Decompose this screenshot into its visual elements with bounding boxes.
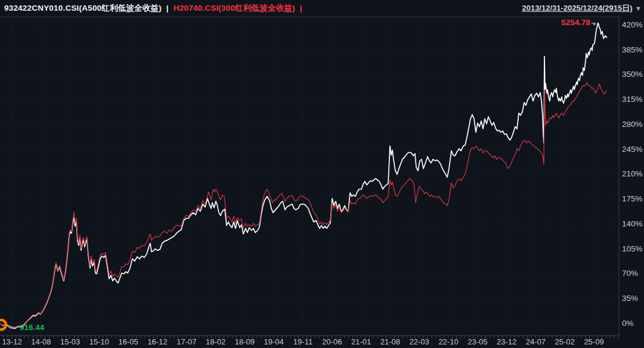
x-axis-tick-label: 22-03 bbox=[410, 337, 429, 346]
x-axis-tick-label: 18-09 bbox=[235, 337, 255, 346]
y-axis-tick-label: 0% bbox=[622, 319, 634, 328]
x-axis-tick-label: 21-08 bbox=[380, 337, 400, 346]
y-axis-tick-label: 420% bbox=[622, 20, 643, 30]
y-axis-tick-label: 350% bbox=[622, 70, 643, 79]
x-axis-tick-label: 15-03 bbox=[60, 337, 80, 346]
x-axis-tick-label: 20-06 bbox=[322, 337, 342, 346]
series-line-a500 bbox=[0, 23, 607, 328]
y-axis-tick-label: 105% bbox=[622, 244, 643, 254]
x-axis-tick-label: 25-02 bbox=[555, 337, 575, 346]
x-axis-tick-label: 19-11 bbox=[293, 337, 312, 346]
x-axis-tick-label: 16-12 bbox=[147, 337, 167, 346]
x-axis-tick-label: 19-04 bbox=[264, 337, 284, 346]
x-axis-tick-label: 22-10 bbox=[438, 337, 458, 346]
y-axis-tick-label: 70% bbox=[622, 269, 638, 278]
x-axis-tick-label: 16-05 bbox=[119, 337, 138, 346]
x-axis-tick-label: 18-02 bbox=[206, 337, 225, 346]
start-point-marker bbox=[0, 320, 6, 330]
y-axis-tick-label: 175% bbox=[622, 194, 643, 204]
legend-series-300[interactable]: H20740.CSI(300红利低波全收益) bbox=[174, 4, 295, 13]
chart-window: 932422CNY010.CSI(A500红利低波全收益) | H20740.C… bbox=[0, 0, 644, 348]
y-axis-tick-label: 280% bbox=[622, 120, 643, 129]
legend-series-a500[interactable]: 932422CNY010.CSI(A500红利低波全收益) bbox=[4, 4, 162, 13]
y-axis-tick-label: 245% bbox=[622, 145, 643, 154]
x-axis-tick-label: 14-08 bbox=[31, 337, 51, 346]
x-axis-tick-label: 21-01 bbox=[351, 337, 371, 346]
legend-separator: | bbox=[164, 4, 171, 13]
y-axis-tick-label: 315% bbox=[622, 95, 643, 104]
min-value-label: 916.44 bbox=[20, 323, 44, 332]
x-axis-tick-label: 24-07 bbox=[526, 337, 546, 346]
chevron-down-icon[interactable]: ▼ bbox=[635, 5, 642, 12]
series-legend: 932422CNY010.CSI(A500红利低波全收益) | H20740.C… bbox=[4, 3, 305, 14]
x-axis-tick-label: 15-10 bbox=[89, 337, 109, 346]
date-range-selector[interactable]: 2013/12/31-2025/12/24(2915日) ▼ bbox=[522, 3, 642, 14]
y-axis-tick-label: 140% bbox=[622, 219, 643, 229]
x-axis-tick-label: 23-05 bbox=[467, 337, 487, 346]
x-axis-tick-label: 17-07 bbox=[177, 337, 196, 346]
x-axis-tick-label: 25-09 bbox=[584, 337, 603, 346]
comparison-line-chart[interactable] bbox=[0, 0, 644, 348]
y-axis-tick-label: 210% bbox=[622, 169, 643, 179]
legend-separator: | bbox=[298, 4, 305, 13]
y-axis-tick-label: 385% bbox=[622, 45, 643, 55]
max-value-label: 5254.78 bbox=[555, 18, 590, 27]
chart-header: 932422CNY010.CSI(A500红利低波全收益) | H20740.C… bbox=[0, 0, 644, 17]
x-axis-tick-label: 13-12 bbox=[2, 337, 21, 346]
date-range-text[interactable]: 2013/12/31-2025/12/24(2915日) bbox=[522, 4, 632, 13]
x-axis-tick-label: 23-12 bbox=[497, 337, 516, 346]
y-axis-tick-label: 35% bbox=[622, 294, 638, 303]
